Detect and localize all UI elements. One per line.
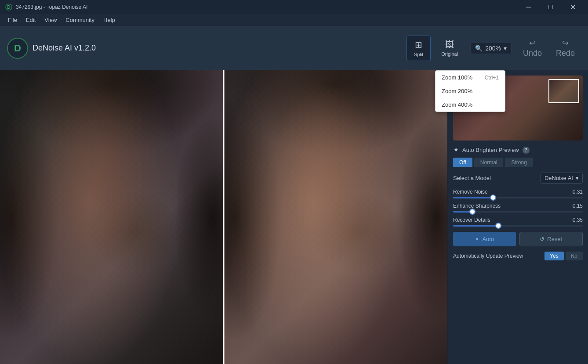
menu-help[interactable]: Help [99,15,120,25]
redo-label: Redo [556,49,575,58]
right-sidebar: ✦ Auto Brighten Preview ? Off Normal Str… [447,70,588,364]
auto-brighten-label: Auto Brighten Preview [462,147,519,153]
zoom-100-shortcut: Ctrl+1 [485,75,499,81]
menu-bar: File Edit View Community Help [0,14,588,26]
no-button[interactable]: No [566,252,583,260]
remove-noise-thumb [490,195,496,201]
model-chevron-icon: ▾ [576,175,579,181]
undo-button[interactable]: ↩ Undo [517,36,548,61]
enhance-sharpness-label: Enhance Sharpness [453,203,501,209]
minimize-button[interactable]: ─ [519,0,539,14]
main-toolbar: D DeNoise AI v1.2.0 ⊞ Split 🖼 Original 🔍… [0,26,588,70]
menu-view[interactable]: View [40,15,61,25]
split-view [0,70,447,364]
reset-button[interactable]: ↺ Reset [519,232,583,246]
auto-update-preview-row: Automatically Update Preview Yes No [453,252,583,260]
thumbnail-mini-view [549,80,578,102]
enhance-sharpness-track[interactable] [453,211,583,213]
brightness-strong-btn[interactable]: Strong [505,158,533,167]
yes-no-group: Yes No [544,252,583,260]
recover-details-track[interactable] [453,225,583,227]
enhance-sharpness-label-row: Enhance Sharpness 0.15 [453,203,583,209]
close-button[interactable]: ✕ [563,0,583,14]
enhance-sharpness-row: Enhance Sharpness 0.15 [453,203,583,213]
zoom-400-label: Zoom 400% [442,101,472,108]
undo-redo-group: ↩ Undo ↪ Redo [517,36,581,61]
left-panel-original [0,70,224,364]
zoom-100-option[interactable]: Zoom 100% Ctrl+1 [436,71,505,84]
original-image [0,70,224,364]
action-buttons: ✦ Auto ↺ Reset [453,232,583,246]
auto-brighten-section: ✦ Auto Brighten Preview ? Off Normal Str… [453,146,583,167]
recover-details-label: Recover Details [453,217,490,223]
split-divider[interactable] [223,70,225,364]
reset-icon: ↺ [540,236,544,242]
zoom-icon: 🔍 [475,45,483,52]
original-icon: 🖼 [445,40,454,50]
svg-text:D: D [7,5,10,10]
zoom-value: 200% [485,45,501,52]
enhance-sharpness-value: 0.15 [573,203,583,209]
auto-update-label: Automatically Update Preview [453,253,523,259]
zoom-100-label: Zoom 100% [442,74,472,81]
remove-noise-track[interactable] [453,197,583,198]
brightness-off-btn[interactable]: Off [453,158,472,167]
brightness-icon: ✦ [453,146,459,154]
model-dropdown[interactable]: DeNoise AI ▾ [541,173,583,184]
remove-noise-value: 0.31 [573,189,583,195]
thumbnail-viewport-indicator [548,79,579,103]
canvas-area [0,70,447,364]
remove-noise-fill [453,197,493,198]
select-model-label: Select a Model [453,175,491,181]
zoom-200-option[interactable]: Zoom 200% [436,84,505,98]
window-controls: ─ □ ✕ [519,0,583,14]
app-title: DeNoise AI v1.2.0 [33,43,96,53]
zoom-chevron-icon: ▾ [504,45,507,52]
split-view-button[interactable]: ⊞ Split [407,36,431,61]
undo-label: Undo [523,49,542,58]
zoom-dropdown: Zoom 100% Ctrl+1 Zoom 200% Zoom 400% [435,70,505,112]
logo-area: D DeNoise AI v1.2.0 [7,38,96,59]
right-panel-processed [224,70,447,364]
recover-details-row: Recover Details 0.35 [453,217,583,227]
logo-icon: D [7,38,28,59]
menu-community[interactable]: Community [61,15,99,25]
window-title: 347293.jpg - Topaz Denoise AI [16,4,87,10]
zoom-200-label: Zoom 200% [442,88,472,94]
view-toggle-group: ⊞ Split 🖼 Original [407,36,465,61]
reset-label: Reset [547,236,562,242]
recover-details-value: 0.35 [573,217,583,223]
auto-button[interactable]: ✦ Auto [453,232,516,246]
processed-image [224,70,447,364]
maximize-button[interactable]: □ [541,0,561,14]
zoom-control[interactable]: 🔍 200% ▾ [470,43,512,54]
recover-details-fill [453,225,498,227]
app-icon: D [5,4,12,11]
title-bar: D 347293.jpg - Topaz Denoise AI ─ □ ✕ [0,0,588,14]
menu-file[interactable]: File [4,15,22,25]
help-icon[interactable]: ? [523,147,530,154]
original-view-button[interactable]: 🖼 Original [434,36,465,60]
remove-noise-label: Remove Noise [453,189,488,195]
remove-noise-label-row: Remove Noise 0.31 [453,189,583,195]
yes-button[interactable]: Yes [544,252,564,260]
auto-brighten-header: ✦ Auto Brighten Preview ? [453,146,583,154]
auto-icon: ✦ [475,236,479,242]
zoom-400-option[interactable]: Zoom 400% [436,98,505,112]
split-label: Split [414,52,423,57]
slider-section: Remove Noise 0.31 Enhance Sharpness 0.15 [453,189,583,227]
face-overlay-left [0,70,224,364]
undo-icon: ↩ [529,38,536,48]
model-value: DeNoise AI [544,175,573,181]
auto-label: Auto [482,236,494,242]
menu-edit[interactable]: Edit [22,15,40,25]
brightness-toggle-group: Off Normal Strong [453,158,583,167]
original-label: Original [441,51,458,57]
split-icon: ⊞ [415,40,422,50]
redo-icon: ↪ [562,38,569,48]
brightness-normal-btn[interactable]: Normal [474,158,504,167]
face-overlay-right [224,70,447,364]
redo-button[interactable]: ↪ Redo [550,36,581,61]
content-area: ✦ Auto Brighten Preview ? Off Normal Str… [0,70,588,364]
model-select-row: Select a Model DeNoise AI ▾ [453,173,583,184]
